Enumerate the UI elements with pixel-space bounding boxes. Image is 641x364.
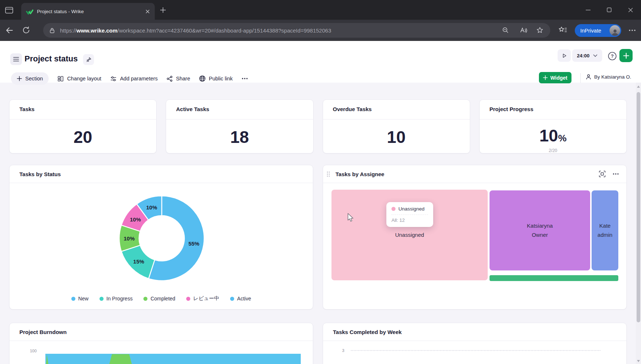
treemap-label: Katsiaryna Owner [520, 221, 560, 240]
zoom-out-icon[interactable] [502, 26, 509, 34]
lock-icon[interactable] [49, 27, 56, 34]
add-parameters-button[interactable]: Add parameters [110, 76, 158, 82]
widget-tasks-completed-by-week: Tasks Completed by Week 3 [323, 323, 627, 364]
donut-chart[interactable]: 55%15%10%10%10% [119, 196, 205, 281]
dashboard-toolbar: Section Change layout Add parameters Sha… [11, 72, 248, 85]
widget-title: Project Burndown [19, 329, 67, 335]
legend-dot [186, 297, 190, 301]
donut-slice-label: 10% [124, 235, 135, 242]
legend-item[interactable]: New [71, 295, 89, 302]
more-actions-icon[interactable] [241, 77, 248, 80]
timer-value: 24:00 [577, 53, 590, 58]
author-label: By Katsiaryna O. [594, 74, 631, 80]
profile-avatar[interactable] [610, 25, 620, 36]
dashboard-menu-button[interactable] [10, 53, 22, 65]
tooltip-swatch [391, 207, 396, 211]
scroll-up-arrow[interactable] [637, 86, 640, 88]
close-window-button[interactable] [620, 0, 641, 20]
favorites-icon[interactable] [558, 26, 567, 34]
donut-slice-label: 15% [133, 258, 144, 264]
donut-slice-label: 55% [188, 240, 199, 246]
read-aloud-icon[interactable] [520, 26, 528, 34]
wrike-favicon-icon [26, 8, 33, 15]
widget-header: Project Burndown [10, 323, 313, 341]
kpi-value: 10 [323, 128, 470, 147]
refresh-button[interactable] [22, 26, 30, 34]
widget-button-label: Widget [550, 75, 567, 81]
add-section-button[interactable]: Section [11, 72, 49, 85]
treemap-tooltip: Unassigned All: 12 [386, 202, 433, 227]
legend-label: Active [237, 296, 251, 302]
svg-text:?: ? [611, 53, 614, 59]
favorite-star-icon[interactable] [536, 26, 544, 34]
tab-close-icon[interactable] [145, 9, 150, 14]
legend-dot [143, 297, 147, 301]
kpi-card-tasks[interactable]: Tasks 20 [9, 99, 157, 153]
address-bar[interactable]: https://www.wrike.com/workspace.htm?acc=… [43, 23, 550, 38]
section-label: Section [25, 76, 43, 81]
add-parameters-label: Add parameters [120, 76, 158, 81]
play-button[interactable] [558, 49, 571, 62]
chevron-down-icon [593, 54, 597, 57]
legend-dot [230, 297, 234, 301]
kpi-card-overdue-tasks[interactable]: Overdue Tasks 10 [323, 99, 470, 153]
scroll-down-arrow[interactable] [637, 360, 640, 362]
dashboard-author[interactable]: By Katsiaryna O. [585, 74, 631, 80]
inprivate-badge[interactable]: InPrivate [575, 24, 621, 37]
tab-strip: Project status - Wrike [0, 0, 641, 20]
sliders-icon [110, 76, 117, 82]
page-title: Project status [25, 54, 78, 64]
minimize-button[interactable] [577, 0, 599, 20]
kpi-value: 10% [480, 126, 626, 148]
kpi-card-project-progress[interactable]: Project Progress 10% 2/20 [479, 99, 627, 153]
legend-item[interactable]: Completed [143, 295, 175, 302]
share-button[interactable]: Share [166, 76, 190, 82]
browser-chrome: Project status - Wrike [0, 0, 641, 41]
legend-item[interactable]: Active [230, 295, 251, 302]
kpi-title: Active Tasks [176, 106, 209, 112]
help-button[interactable]: ? [608, 52, 617, 61]
pin-icon[interactable] [83, 54, 94, 65]
widget-tasks-by-assignee: Tasks by Assignee Unassigned [323, 165, 627, 310]
widget-menu-icon[interactable] [612, 173, 619, 175]
legend-label: Completed [150, 296, 175, 302]
treemap-node-kate[interactable]: Kate admin [592, 190, 618, 270]
header-separator [580, 73, 581, 83]
workspaces-icon[interactable] [5, 6, 14, 14]
plus-icon [17, 76, 22, 81]
vertical-scrollbar[interactable] [636, 83, 641, 364]
change-layout-button[interactable]: Change layout [57, 76, 101, 82]
layout-icon [57, 76, 64, 82]
divider [10, 119, 156, 120]
drag-handle-icon[interactable] [327, 171, 330, 177]
timer-control[interactable]: 24:00 [572, 49, 602, 62]
kpi-value: 18 [166, 128, 313, 147]
donut-slice-label: 10% [146, 204, 157, 211]
window-controls [577, 0, 641, 20]
widget-title: Tasks by Assignee [336, 171, 384, 177]
person-icon [585, 74, 592, 80]
scrollbar-thumb[interactable] [637, 92, 640, 322]
maximize-button[interactable] [599, 0, 620, 20]
widget-header: Tasks Completed by Week [323, 323, 626, 341]
treemap-node-small[interactable] [490, 275, 618, 281]
treemap-node-katsiaryna[interactable]: Katsiaryna Owner [490, 190, 590, 270]
public-link-button[interactable]: Public link [199, 75, 233, 82]
add-widget-quick-button[interactable] [619, 49, 633, 62]
new-tab-button[interactable] [160, 7, 166, 13]
fullscreen-icon[interactable] [599, 170, 606, 178]
widget-project-burndown: Project Burndown 100 [9, 323, 313, 364]
burndown-chart[interactable] [45, 354, 301, 364]
back-button[interactable] [5, 26, 14, 35]
url-path: /workspace.htm?acc=4237460&wr=20#/dashbo… [117, 27, 331, 34]
chart-legend: NewIn ProgressCompletedレビュー中Active [10, 295, 313, 302]
browser-menu-icon[interactable] [629, 29, 636, 32]
legend-item[interactable]: In Progress [100, 295, 133, 302]
browser-tab[interactable]: Project status - Wrike [21, 3, 155, 20]
tooltip-title: Unassigned [398, 206, 424, 212]
widget-header: Tasks by Status [10, 165, 313, 183]
legend-label: In Progress [106, 296, 133, 302]
add-widget-button[interactable]: Widget [539, 72, 571, 83]
legend-item[interactable]: レビュー中 [186, 295, 219, 302]
kpi-card-active-tasks[interactable]: Active Tasks 18 [166, 99, 313, 153]
